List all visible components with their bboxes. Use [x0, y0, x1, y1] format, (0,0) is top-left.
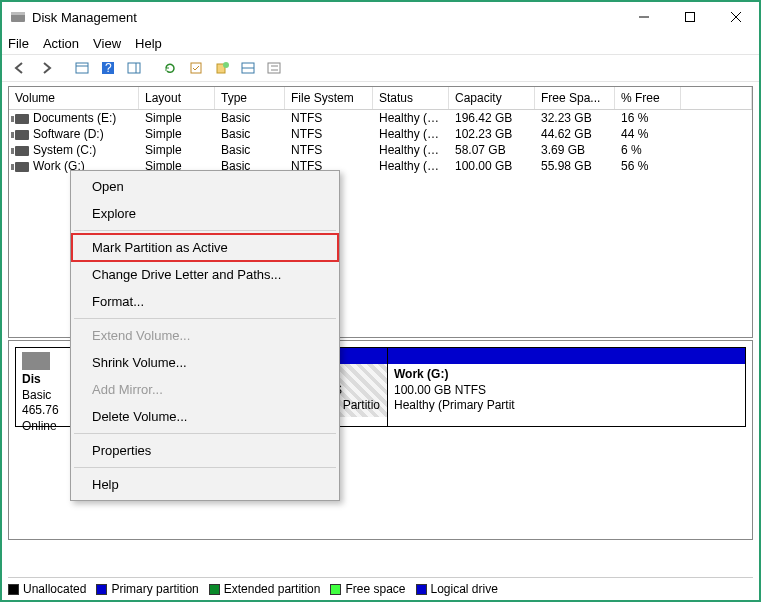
- svg-text:?: ?: [105, 61, 112, 75]
- partition-name: Work (G:): [394, 367, 448, 381]
- cell-type: Basic: [215, 110, 285, 126]
- help-icon[interactable]: ?: [96, 57, 120, 79]
- cell-pct: 44 %: [615, 126, 681, 142]
- svg-point-14: [223, 62, 229, 68]
- cell-capacity: 102.23 GB: [449, 126, 535, 142]
- ctx-delete[interactable]: Delete Volume...: [72, 403, 338, 430]
- cell-volume: Software (D:): [33, 127, 104, 141]
- toolbar: ?: [2, 54, 759, 82]
- svg-rect-12: [191, 63, 201, 73]
- ctx-format[interactable]: Format...: [72, 288, 338, 315]
- cell-type: Basic: [215, 142, 285, 158]
- svg-rect-10: [128, 63, 140, 73]
- cell-pct: 6 %: [615, 142, 681, 158]
- disk-size: 465.76: [22, 403, 59, 417]
- col-capacity[interactable]: Capacity: [449, 87, 535, 109]
- context-menu: Open Explore Mark Partition as Active Ch…: [70, 170, 340, 501]
- col-type[interactable]: Type: [215, 87, 285, 109]
- menu-help[interactable]: Help: [135, 36, 162, 51]
- cell-status: Healthy (L...: [373, 126, 449, 142]
- partition-size: 100.00 GB NTFS: [394, 383, 486, 397]
- volume-icon: [15, 114, 29, 124]
- refresh-icon[interactable]: [158, 57, 182, 79]
- title-bar: Disk Management: [2, 2, 759, 32]
- app-icon: [10, 9, 26, 25]
- action-pane-icon[interactable]: [122, 57, 146, 79]
- cell-layout: Simple: [139, 142, 215, 158]
- cell-capacity: 100.00 GB: [449, 158, 535, 174]
- cell-pct: 56 %: [615, 158, 681, 174]
- cell-status: Healthy (P...: [373, 110, 449, 126]
- col-layout[interactable]: Layout: [139, 87, 215, 109]
- new-icon[interactable]: [210, 57, 234, 79]
- legend: Unallocated Primary partition Extended p…: [8, 577, 753, 596]
- partition-work[interactable]: Work (G:) 100.00 GB NTFS Healthy (Primar…: [388, 348, 745, 426]
- cell-capacity: 58.07 GB: [449, 142, 535, 158]
- cell-type: Basic: [215, 126, 285, 142]
- legend-extended: Extended partition: [209, 582, 321, 596]
- menu-action[interactable]: Action: [43, 36, 79, 51]
- legend-unallocated: Unallocated: [8, 582, 86, 596]
- maximize-button[interactable]: [667, 2, 713, 32]
- cell-capacity: 196.42 GB: [449, 110, 535, 126]
- menu-view[interactable]: View: [93, 36, 121, 51]
- list-icon[interactable]: [262, 57, 286, 79]
- cell-pct: 16 %: [615, 110, 681, 126]
- ctx-explore[interactable]: Explore: [72, 200, 338, 227]
- show-hide-console-tree-icon[interactable]: [70, 57, 94, 79]
- disk-icon: [22, 352, 50, 370]
- settings-icon[interactable]: [184, 57, 208, 79]
- cell-free: 32.23 GB: [535, 110, 615, 126]
- cell-layout: Simple: [139, 110, 215, 126]
- cell-volume: System (C:): [33, 143, 96, 157]
- svg-rect-3: [686, 13, 695, 22]
- ctx-shrink[interactable]: Shrink Volume...: [72, 349, 338, 376]
- svg-rect-17: [268, 63, 280, 73]
- disk-label: Dis: [22, 372, 41, 386]
- col-fs[interactable]: File System: [285, 87, 373, 109]
- ctx-change-letter[interactable]: Change Drive Letter and Paths...: [72, 261, 338, 288]
- ctx-help[interactable]: Help: [72, 471, 338, 498]
- legend-logical: Logical drive: [416, 582, 498, 596]
- col-volume[interactable]: Volume: [9, 87, 139, 109]
- svg-rect-1: [11, 12, 25, 15]
- menu-file[interactable]: File: [8, 36, 29, 51]
- table-row[interactable]: System (C:)SimpleBasicNTFSHealthy (S...5…: [9, 142, 752, 158]
- cell-layout: Simple: [139, 126, 215, 142]
- window-title: Disk Management: [32, 10, 621, 25]
- ctx-separator: [74, 433, 336, 434]
- partition-health: Healthy (Primary Partit: [394, 398, 515, 412]
- volume-icon: [15, 130, 29, 140]
- table-row[interactable]: Software (D:)SimpleBasicNTFSHealthy (L..…: [9, 126, 752, 142]
- svg-rect-6: [76, 63, 88, 73]
- ctx-separator: [74, 318, 336, 319]
- ctx-separator: [74, 467, 336, 468]
- ctx-properties[interactable]: Properties: [72, 437, 338, 464]
- minimize-button[interactable]: [621, 2, 667, 32]
- cell-fs: NTFS: [285, 110, 373, 126]
- col-status[interactable]: Status: [373, 87, 449, 109]
- cell-free: 44.62 GB: [535, 126, 615, 142]
- partition-stripe: [388, 348, 745, 364]
- legend-primary: Primary partition: [96, 582, 198, 596]
- back-button[interactable]: [8, 57, 32, 79]
- volume-rows: Documents (E:)SimpleBasicNTFSHealthy (P.…: [9, 110, 752, 174]
- volume-icon: [15, 146, 29, 156]
- properties-icon[interactable]: [236, 57, 260, 79]
- cell-volume: Documents (E:): [33, 111, 116, 125]
- ctx-open[interactable]: Open: [72, 173, 338, 200]
- col-spacer: [681, 87, 752, 109]
- cell-status: Healthy (P...: [373, 158, 449, 174]
- forward-button[interactable]: [34, 57, 58, 79]
- cell-fs: NTFS: [285, 126, 373, 142]
- ctx-mark-active[interactable]: Mark Partition as Active: [72, 234, 338, 261]
- disk-type: Basic: [22, 388, 51, 402]
- table-row[interactable]: Documents (E:)SimpleBasicNTFSHealthy (P.…: [9, 110, 752, 126]
- disk-state: Online: [22, 419, 57, 433]
- col-free[interactable]: Free Spa...: [535, 87, 615, 109]
- svg-line-5: [731, 12, 741, 22]
- column-headers[interactable]: Volume Layout Type File System Status Ca…: [9, 87, 752, 110]
- col-pct[interactable]: % Free: [615, 87, 681, 109]
- close-button[interactable]: [713, 2, 759, 32]
- volume-icon: [15, 162, 29, 172]
